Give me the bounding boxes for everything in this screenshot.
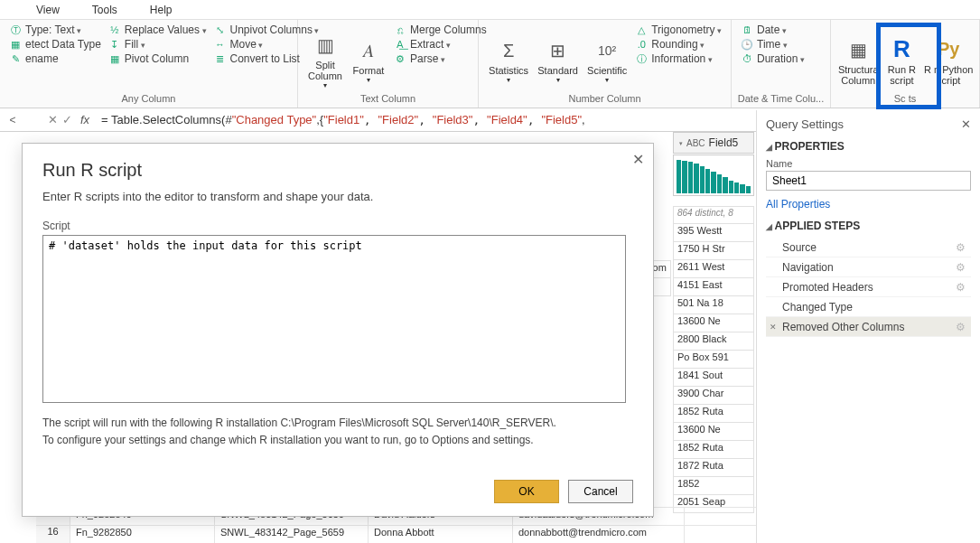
gear-icon[interactable]: ⚙ [956, 281, 966, 294]
data-type-dropdown[interactable]: ⓉType: Text [9, 23, 101, 36]
script-textarea[interactable] [42, 235, 626, 403]
cancel-formula-icon[interactable]: ✕ [45, 113, 60, 126]
statistics-button[interactable]: ΣStatistics▾ [484, 23, 533, 93]
dialog-subtitle: Enter R scripts into the editor to trans… [42, 190, 633, 203]
menu-view[interactable]: View [36, 4, 60, 16]
split-column-button[interactable]: ▥Split Column▾ [303, 23, 347, 93]
split-icon: ▥ [313, 33, 338, 58]
sigma-icon: Σ [496, 38, 521, 63]
script-label: Script [42, 220, 633, 232]
expand-queries-icon[interactable]: < [0, 114, 25, 126]
merge-columns-button[interactable]: ⎌Merge Columns [394, 23, 487, 36]
close-panel-icon[interactable]: ✕ [961, 117, 971, 131]
replace-values-button[interactable]: ½Replace Values [108, 23, 207, 36]
applied-step[interactable]: Promoted Headers⚙ [766, 277, 971, 297]
rename-button[interactable]: ✎ename [9, 52, 101, 65]
column-cells-field5: 864 distinct, 8 395 Westt1750 H Str2611 … [673, 206, 754, 513]
rounding-button[interactable]: .0Rounding [635, 38, 722, 51]
query-settings-panel: Query Settings ✕ PROPERTIES Name All Pro… [756, 110, 980, 543]
structural-column-button[interactable]: ▦Structura Column [836, 23, 880, 93]
struct-icon: ▦ [845, 37, 871, 62]
group-any-column: Any Column [5, 93, 292, 106]
menu-help[interactable]: Help [150, 4, 173, 16]
time-button[interactable]: 🕒Time [741, 38, 805, 51]
gear-icon[interactable]: ⚙ [956, 241, 966, 254]
run-python-script-button[interactable]: PyR n Python script [923, 23, 974, 93]
extract-button[interactable]: A͟Extract [394, 38, 487, 51]
menu-tools[interactable]: Tools [92, 4, 117, 16]
group-scripts: Sc ts [836, 93, 974, 106]
ribbon: ⓉType: Text ▦etect Data Type ✎ename ½Rep… [0, 20, 980, 108]
panel-title: Query Settings [766, 117, 844, 131]
applied-steps-section[interactable]: APPLIED STEPS [766, 220, 971, 232]
cancel-button[interactable]: Cancel [568, 480, 633, 503]
information-button[interactable]: ⓘInformation [635, 52, 722, 65]
format-button[interactable]: 𝐴Format▾ [347, 23, 390, 93]
dialog-note: The script will run with the following R… [42, 415, 633, 449]
group-number-column: Number Column [484, 93, 725, 106]
column-profile-chart [673, 154, 754, 196]
detect-type-button[interactable]: ▦etect Data Type [9, 38, 101, 51]
trig-button[interactable]: △Trigonometry [635, 23, 722, 36]
scientific-button[interactable]: 10²Scientific▾ [583, 23, 631, 93]
duration-button[interactable]: ⏱Duration [741, 52, 805, 65]
gear-icon[interactable]: ⚙ [956, 261, 966, 274]
standard-button[interactable]: ⊞Standard▾ [533, 23, 583, 93]
applied-step[interactable]: Changed Type [766, 297, 971, 317]
all-properties-link[interactable]: All Properties [766, 198, 830, 211]
calc-icon: ⊞ [546, 38, 571, 63]
name-label: Name [766, 158, 971, 169]
close-icon[interactable]: ✕ [632, 151, 644, 168]
ok-button[interactable]: OK [494, 480, 559, 503]
menubar: View Tools Help [0, 0, 980, 20]
exp-icon: 10² [594, 38, 620, 63]
date-button[interactable]: 🗓Date [741, 23, 805, 36]
applied-step[interactable]: Removed Other Columns⚙ [766, 317, 971, 337]
run-r-script-dialog: ✕ Run R script Enter R scripts into the … [22, 143, 654, 517]
dialog-title: Run R script [42, 160, 633, 181]
group-text-column: Text Column [303, 93, 472, 106]
py-icon: Py [936, 37, 961, 62]
query-name-input[interactable] [766, 171, 971, 191]
commit-formula-icon[interactable]: ✓ [60, 113, 74, 126]
pivot-button[interactable]: ▦Pivot Column [108, 52, 207, 65]
applied-step[interactable]: Source⚙ [766, 238, 971, 257]
fill-button[interactable]: ↧Fill [108, 38, 207, 51]
table-row[interactable]: 16 Fn_9282850 SNWL_483142_Page_5659 Donn… [36, 525, 756, 543]
run-r-script-button[interactable]: RRun R script [880, 23, 923, 93]
format-icon: 𝐴 [356, 38, 381, 63]
properties-section[interactable]: PROPERTIES [766, 140, 971, 153]
fx-icon[interactable]: fx [74, 113, 96, 126]
gear-icon[interactable]: ⚙ [956, 321, 966, 333]
parse-button[interactable]: ⚙Parse [394, 52, 487, 65]
group-date-time: Date & Time Colu... [737, 93, 825, 106]
r-icon: R [889, 37, 914, 62]
column-header-field5[interactable]: ▾ ABC Field5 [673, 132, 754, 154]
applied-step[interactable]: Navigation⚙ [766, 257, 971, 277]
